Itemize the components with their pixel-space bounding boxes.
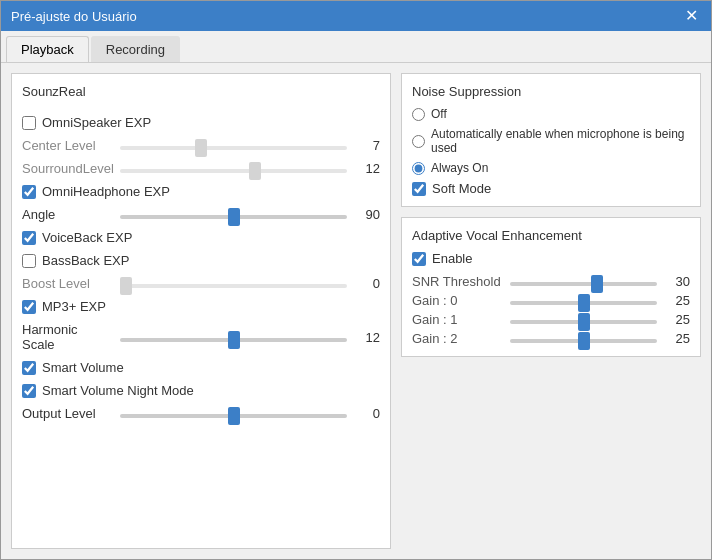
boost-level-label: Boost Level xyxy=(22,276,112,291)
adaptive-vocal-box: Adaptive Vocal Enhancement Enable SNR Th… xyxy=(401,217,701,357)
gain1-row: Gain : 1 25 xyxy=(412,312,690,327)
harmonic-scale-row: Harmonic Scale 12 xyxy=(22,322,380,352)
boost-level-value: 0 xyxy=(355,276,380,291)
gain1-label: Gain : 1 xyxy=(412,312,502,327)
angle-label: Angle xyxy=(22,207,112,222)
boost-level-slider[interactable] xyxy=(120,284,347,288)
window-title: Pré-ajuste do Usuário xyxy=(11,9,137,24)
gain2-value: 25 xyxy=(665,331,690,346)
snr-threshold-slider[interactable] xyxy=(510,282,657,286)
smart-volume-row: Smart Volume xyxy=(22,360,380,375)
snr-threshold-value: 30 xyxy=(665,274,690,289)
omnispeaker-row: OmniSpeaker EXP xyxy=(22,115,380,130)
omniheadphone-checkbox[interactable] xyxy=(22,185,36,199)
enable-label: Enable xyxy=(432,251,472,266)
noise-off-label: Off xyxy=(431,107,447,121)
noise-auto-label: Automatically enable when microphone is … xyxy=(431,127,690,155)
harmonic-scale-label: Harmonic Scale xyxy=(22,322,112,352)
angle-slider[interactable] xyxy=(120,215,347,219)
tab-playback[interactable]: Playback xyxy=(6,36,89,62)
output-level-slider[interactable] xyxy=(120,414,347,418)
close-button[interactable]: ✕ xyxy=(681,6,701,26)
enable-row: Enable xyxy=(412,251,690,266)
mp3plus-checkbox[interactable] xyxy=(22,300,36,314)
voiceback-row: VoiceBack EXP xyxy=(22,230,380,245)
angle-slider-wrapper xyxy=(120,207,347,222)
soft-mode-label: Soft Mode xyxy=(432,181,491,196)
smart-volume-night-checkbox[interactable] xyxy=(22,384,36,398)
gain1-slider-wrapper xyxy=(510,312,657,327)
noise-always-row: Always On xyxy=(412,161,690,175)
harmonic-scale-value: 12 xyxy=(355,330,380,345)
gain0-slider-wrapper xyxy=(510,293,657,308)
voiceback-checkbox[interactable] xyxy=(22,231,36,245)
gain2-slider[interactable] xyxy=(510,339,657,343)
gain2-row: Gain : 2 25 xyxy=(412,331,690,346)
center-level-slider[interactable] xyxy=(120,146,347,150)
sourround-level-slider[interactable] xyxy=(120,169,347,173)
center-level-label: Center Level xyxy=(22,138,112,153)
angle-row: Angle 90 xyxy=(22,207,380,222)
noise-off-radio[interactable] xyxy=(412,108,425,121)
sourround-level-value: 12 xyxy=(355,161,380,176)
titlebar: Pré-ajuste do Usuário ✕ xyxy=(1,1,711,31)
sounzreal-section-title: SounzReal xyxy=(22,84,380,99)
sourround-level-slider-wrapper xyxy=(120,161,347,176)
smart-volume-night-label: Smart Volume Night Mode xyxy=(42,383,194,398)
sourround-level-label: SourroundLevel xyxy=(22,161,112,176)
harmonic-scale-slider-wrapper xyxy=(120,330,347,345)
noise-always-label: Always On xyxy=(431,161,488,175)
soft-mode-row: Soft Mode xyxy=(412,181,690,196)
smart-volume-night-row: Smart Volume Night Mode xyxy=(22,383,380,398)
omnispeaker-label: OmniSpeaker EXP xyxy=(42,115,151,130)
gain2-slider-wrapper xyxy=(510,331,657,346)
mp3plus-row: MP3+ EXP xyxy=(22,299,380,314)
bassback-checkbox[interactable] xyxy=(22,254,36,268)
angle-value: 90 xyxy=(355,207,380,222)
boost-level-row: Boost Level 0 xyxy=(22,276,380,291)
adaptive-vocal-title: Adaptive Vocal Enhancement xyxy=(412,228,690,243)
snr-threshold-row: SNR Threshold 30 xyxy=(412,274,690,289)
omniheadphone-label: OmniHeadphone EXP xyxy=(42,184,170,199)
output-level-row: Output Level 0 xyxy=(22,406,380,421)
main-window: Pré-ajuste do Usuário ✕ Playback Recordi… xyxy=(0,0,712,560)
noise-suppression-title: Noise Suppression xyxy=(412,84,690,99)
harmonic-scale-slider[interactable] xyxy=(120,338,347,342)
smart-volume-checkbox[interactable] xyxy=(22,361,36,375)
output-level-label: Output Level xyxy=(22,406,112,421)
left-panel: SounzReal OmniSpeaker EXP Center Level 7… xyxy=(11,73,391,549)
smart-volume-label: Smart Volume xyxy=(42,360,124,375)
right-panel: Noise Suppression Off Automatically enab… xyxy=(401,73,701,549)
gain0-row: Gain : 0 25 xyxy=(412,293,690,308)
noise-auto-row: Automatically enable when microphone is … xyxy=(412,127,690,155)
enable-checkbox[interactable] xyxy=(412,252,426,266)
center-level-slider-wrapper xyxy=(120,138,347,153)
bassback-row: BassBack EXP xyxy=(22,253,380,268)
noise-auto-radio[interactable] xyxy=(412,135,425,148)
center-level-value: 7 xyxy=(355,138,380,153)
content-area: SounzReal OmniSpeaker EXP Center Level 7… xyxy=(1,63,711,559)
center-level-row: Center Level 7 xyxy=(22,138,380,153)
gain1-slider[interactable] xyxy=(510,320,657,324)
mp3plus-label: MP3+ EXP xyxy=(42,299,106,314)
gain1-value: 25 xyxy=(665,312,690,327)
bassback-label: BassBack EXP xyxy=(42,253,129,268)
boost-level-slider-wrapper xyxy=(120,276,347,291)
noise-always-radio[interactable] xyxy=(412,162,425,175)
soft-mode-checkbox[interactable] xyxy=(412,182,426,196)
omniheadphone-row: OmniHeadphone EXP xyxy=(22,184,380,199)
noise-suppression-box: Noise Suppression Off Automatically enab… xyxy=(401,73,701,207)
gain0-label: Gain : 0 xyxy=(412,293,502,308)
gain0-value: 25 xyxy=(665,293,690,308)
gain0-slider[interactable] xyxy=(510,301,657,305)
noise-off-row: Off xyxy=(412,107,690,121)
voiceback-label: VoiceBack EXP xyxy=(42,230,132,245)
snr-threshold-label: SNR Threshold xyxy=(412,274,502,289)
sourround-level-row: SourroundLevel 12 xyxy=(22,161,380,176)
tab-bar: Playback Recording xyxy=(1,31,711,63)
tab-recording[interactable]: Recording xyxy=(91,36,180,62)
snr-threshold-slider-wrapper xyxy=(510,274,657,289)
omnispeaker-checkbox[interactable] xyxy=(22,116,36,130)
gain2-label: Gain : 2 xyxy=(412,331,502,346)
output-level-value: 0 xyxy=(355,406,380,421)
